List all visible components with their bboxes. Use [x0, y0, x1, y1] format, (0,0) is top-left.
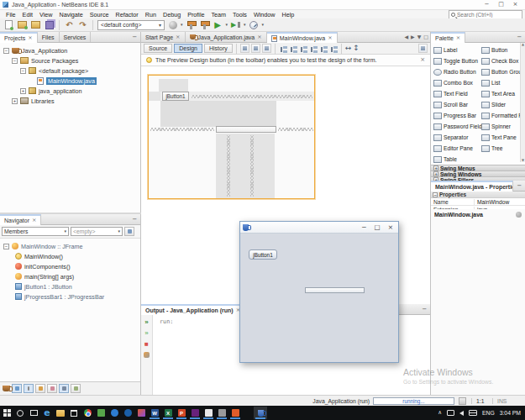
maximize-editor-icon[interactable]: □: [423, 34, 428, 39]
nav-node-initcomponents[interactable]: initComponents(): [3, 261, 140, 271]
scroll-tabs-right-icon[interactable]: ▶: [411, 34, 415, 39]
align-bottom-icon[interactable]: [319, 45, 328, 53]
show-grid-icon[interactable]: [418, 44, 428, 53]
palette-item-scroll-bar[interactable]: Scroll Bar: [433, 102, 481, 108]
rerun-with-changes-icon[interactable]: »: [143, 328, 151, 337]
tab-mainwindow-java[interactable]: MainWindow.java×: [267, 32, 338, 43]
preview-design-icon[interactable]: [262, 44, 271, 53]
network-icon[interactable]: [447, 410, 454, 416]
palette-item-combo-box[interactable]: Combo Box: [433, 80, 481, 87]
edge-button[interactable]: e: [40, 407, 54, 419]
scroll-up-icon[interactable]: ▲: [522, 43, 524, 46]
vertical-resizable-icon[interactable]: ↕: [353, 45, 360, 52]
new-file-button[interactable]: [3, 19, 14, 30]
build-dropdown-icon[interactable]: ▾: [181, 23, 183, 27]
palette-item-toggle-button[interactable]: Toggle Button: [433, 58, 481, 65]
menu-team[interactable]: Team: [208, 11, 230, 18]
visual-studio-button[interactable]: [188, 407, 202, 419]
tree-node-project[interactable]: − Java_Application: [3, 45, 140, 55]
preview-close-button[interactable]: ×: [388, 224, 393, 231]
java-app-taskbar-button[interactable]: [254, 407, 267, 419]
save-all-button[interactable]: [44, 19, 55, 30]
clock[interactable]: 3:04 PM: [500, 410, 521, 416]
palette-item-text-field[interactable]: Text Field: [433, 91, 481, 97]
show-fields-button[interactable]: [12, 384, 22, 393]
window-minimize-button[interactable]: −: [480, 0, 494, 9]
design-view-button[interactable]: Design: [174, 44, 202, 53]
category-swing-menus[interactable]: +Swing Menus: [431, 165, 525, 171]
app-photos-button[interactable]: [134, 407, 148, 419]
collapse-icon[interactable]: −: [3, 244, 9, 249]
sort-by-name-button[interactable]: [59, 384, 69, 393]
scroll-tabs-left-icon[interactable]: ◀: [404, 34, 408, 39]
design-jbutton1[interactable]: jButton1: [162, 92, 189, 101]
menu-tools[interactable]: Tools: [229, 11, 250, 18]
align-center-icon[interactable]: [299, 45, 307, 53]
nav-node-class[interactable]: − MainWindow :: JFrame: [3, 241, 140, 251]
palette-item-progress-bar[interactable]: Progress Bar: [433, 113, 481, 119]
nav-node-jbutton1[interactable]: jButton1 : JButton: [3, 281, 140, 291]
scroll-down-icon[interactable]: ▼: [522, 159, 524, 162]
preview-app-window[interactable]: − □ × jButton1: [239, 221, 399, 363]
expand-icon[interactable]: +: [20, 88, 26, 94]
members-combobox[interactable]: Members ▾: [2, 227, 69, 236]
tree-node-libraries[interactable]: + Libraries: [3, 96, 140, 106]
close-icon[interactable]: ×: [28, 35, 32, 41]
excel-button[interactable]: X: [161, 407, 175, 419]
tab-navigator[interactable]: Navigator×: [0, 214, 41, 225]
task-progress-bar[interactable]: running...: [373, 397, 454, 405]
preview-minimize-button[interactable]: −: [361, 224, 366, 231]
palette-item-editor-pane[interactable]: Editor Pane: [433, 145, 481, 152]
profile-dropdown-icon[interactable]: ▾: [262, 23, 265, 27]
file-explorer-button[interactable]: [54, 407, 67, 419]
collapse-icon[interactable]: −: [3, 48, 9, 54]
window-maximize-button[interactable]: □: [494, 0, 508, 9]
dismiss-info-icon[interactable]: ×: [420, 57, 425, 63]
nav-node-jprogressbar1[interactable]: jProgressBar1 : JProgressBar: [3, 291, 140, 302]
tab-properties[interactable]: MainWindow.java - Properties ×: [431, 181, 513, 192]
build-project-button[interactable]: [167, 19, 178, 30]
tab-services[interactable]: Services: [60, 32, 92, 42]
tree-node-default-package[interactable]: − <default package>: [3, 66, 140, 76]
debug-project-button[interactable]: [230, 19, 241, 30]
clean-build-button[interactable]: [186, 19, 197, 30]
navigator-options-button[interactable]: [124, 227, 134, 236]
menu-source[interactable]: Source: [87, 11, 113, 18]
palette-scrollbar[interactable]: ▲ ▼: [520, 43, 525, 162]
palette-item-radio-button[interactable]: Radio Button: [433, 69, 481, 76]
close-icon[interactable]: ×: [176, 34, 180, 40]
new-project-button[interactable]: [17, 19, 28, 30]
minimize-panel-button[interactable]: −: [418, 304, 430, 314]
chrome-button[interactable]: [81, 407, 94, 419]
menu-debug[interactable]: Debug: [160, 11, 184, 18]
stop-task-icon[interactable]: [459, 397, 466, 405]
show-inner-classes-button[interactable]: [47, 384, 57, 393]
close-icon[interactable]: ×: [456, 35, 460, 41]
selection-mode-icon[interactable]: [240, 44, 249, 53]
palette-item-slider[interactable]: Slider: [481, 102, 525, 108]
preview-title-bar[interactable]: − □ ×: [240, 222, 398, 234]
tray-chevron-icon[interactable]: ∧: [438, 410, 442, 416]
language-indicator[interactable]: ENG: [482, 410, 495, 416]
menu-view[interactable]: View: [36, 11, 55, 18]
inherited-members-icon[interactable]: [3, 386, 10, 391]
expand-icon[interactable]: +: [12, 98, 18, 104]
palette-item-table[interactable]: Table: [433, 156, 481, 163]
task-view-button[interactable]: [27, 407, 40, 419]
align-left-icon[interactable]: [279, 45, 287, 53]
palette-item-separator[interactable]: Separator: [433, 134, 481, 141]
preview-jbutton1[interactable]: jButton1: [249, 249, 277, 260]
menu-refactor[interactable]: Refactor: [113, 11, 142, 18]
menu-window[interactable]: Window: [250, 11, 279, 18]
palette-item-list[interactable]: List: [481, 80, 525, 87]
design-form[interactable]: jButton1: [148, 75, 315, 199]
undo-button[interactable]: ↶: [64, 19, 75, 30]
sort-by-source-button[interactable]: [71, 384, 81, 393]
palette-item-spinner[interactable]: Spinner: [481, 123, 525, 130]
history-view-button[interactable]: History: [204, 44, 233, 53]
stop-build-icon[interactable]: ■: [143, 339, 151, 348]
palette-item-button-group[interactable]: Button Group: [481, 69, 525, 76]
show-static-button[interactable]: [24, 384, 34, 393]
tab-list-icon[interactable]: ▼: [417, 34, 422, 39]
store-button[interactable]: [67, 407, 81, 419]
